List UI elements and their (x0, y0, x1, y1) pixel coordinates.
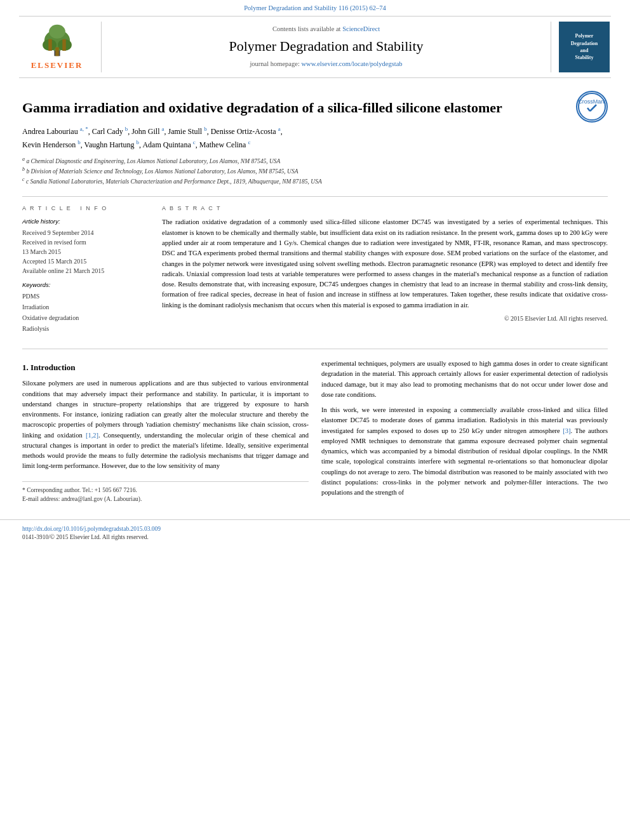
ref-1-2-link[interactable]: [1,2] (86, 432, 98, 439)
journal-header-center: Contents lists available at ScienceDirec… (102, 22, 551, 72)
email-link[interactable]: andrea@lanl.gov (62, 496, 103, 502)
keywords-section: Keywords: PDMS Irradiation Oxidative deg… (22, 281, 149, 334)
keyword-radiolysis: Radiolysis (22, 323, 149, 334)
article-history: Article history: Received 9 September 20… (22, 217, 149, 275)
received-date: Received 9 September 2014 (22, 228, 149, 237)
intro-paragraph-right-2: In this work, we were interested in expo… (321, 405, 608, 498)
elsevier-logo: ELSEVIER (31, 23, 83, 71)
corresponding-author-note: * Corresponding author. Tel.: +1 505 667… (22, 486, 309, 495)
affiliation-b: b b Division of Materials Science and Te… (22, 166, 608, 176)
received-revised-label: Received in revised form (22, 237, 149, 247)
accepted-date: Accepted 15 March 2015 (22, 257, 149, 266)
svg-point-8 (579, 93, 605, 120)
journal-logo-box: PolymerDegradationandStability (559, 22, 610, 72)
svg-rect-5 (48, 39, 52, 50)
ref-3-link[interactable]: [3] (563, 427, 570, 434)
elsevier-tree-icon (35, 23, 79, 58)
affiliations-section: a a Chemical Diagnostic and Engineering,… (22, 156, 608, 187)
contents-available-line: Contents lists available at ScienceDirec… (272, 25, 380, 34)
section-number: 1. (22, 363, 29, 372)
body-left-column: 1. Introduction Siloxane polymers are us… (22, 359, 309, 503)
article-info-label: A R T I C L E I N F O (22, 204, 149, 213)
intro-paragraph-right-1: experimental techniques, polymers are us… (321, 359, 608, 400)
intro-heading: 1. Introduction (22, 362, 309, 373)
authors-line: Andrea Labouriau a, *, Carl Cady b, John… (22, 124, 608, 151)
abstract-column: A B S T R A C T The radiation oxidative … (162, 204, 608, 339)
issn-text: 0141-3910/© 2015 Elsevier Ltd. All right… (22, 533, 608, 542)
affiliation-a: a a Chemical Diagnostic and Engineering,… (22, 156, 608, 166)
journal-title: Polymer Degradation and Stability (229, 37, 423, 57)
keyword-oxidative: Oxidative degradation (22, 312, 149, 323)
crossmark-badge: CrossMark (576, 91, 608, 123)
svg-line-11 (590, 105, 596, 111)
abstract-text: The radiation oxidative degradation of a… (162, 217, 608, 310)
available-date: Available online 21 March 2015 (22, 266, 149, 276)
email-note: E-mail address: andrea@lanl.gov (A. Labo… (22, 495, 309, 503)
journal-homepage-link[interactable]: www.elsevier.com/locate/polydegstab (301, 60, 402, 67)
svg-point-4 (49, 24, 65, 38)
sciencedirect-link[interactable]: ScienceDirect (342, 25, 380, 32)
history-label: Article history: (22, 217, 149, 225)
body-right-column: experimental techniques, polymers are us… (321, 359, 608, 503)
keywords-label: Keywords: (22, 281, 149, 289)
intro-paragraph-1: Siloxane polymers are used in numerous a… (22, 378, 309, 471)
keyword-pdms: PDMS (22, 291, 149, 302)
doi-section: http://dx.doi.org/10.1016/j.polymdegrads… (0, 519, 630, 545)
body-content: 1. Introduction Siloxane polymers are us… (22, 359, 608, 503)
copyright-line: © 2015 Elsevier Ltd. All rights reserved… (162, 314, 608, 323)
svg-text:CrossMark: CrossMark (578, 98, 606, 105)
journal-reference: Polymer Degradation and Stability 116 (2… (0, 0, 630, 16)
elsevier-brand-text: ELSEVIER (31, 60, 83, 71)
article-title-section: Gamma irradiation and oxidative degradat… (22, 88, 608, 125)
info-abstract-section: A R T I C L E I N F O Article history: R… (22, 196, 608, 339)
article-title: Gamma irradiation and oxidative degradat… (22, 99, 566, 117)
elsevier-logo-area: ELSEVIER (19, 22, 102, 72)
footnote-section: * Corresponding author. Tel.: +1 505 667… (22, 481, 309, 504)
keyword-irradiation: Irradiation (22, 302, 149, 312)
article-info-column: A R T I C L E I N F O Article history: R… (22, 204, 149, 339)
journal-logo-area: PolymerDegradationandStability (551, 22, 611, 72)
abstract-label: A B S T R A C T (162, 204, 608, 213)
crossmark-icon: CrossMark (577, 92, 607, 121)
doi-link[interactable]: http://dx.doi.org/10.1016/j.polymdegrads… (22, 525, 608, 533)
received-revised-date: 13 March 2015 (22, 247, 149, 257)
section-title: Introduction (30, 363, 76, 372)
svg-rect-7 (55, 47, 59, 56)
affiliation-c: c c Sandia National Laboratories, Materi… (22, 176, 608, 186)
journal-header: ELSEVIER Contents lists available at Sci… (19, 16, 611, 78)
section-divider (22, 349, 608, 349)
journal-homepage-line: journal homepage: www.elsevier.com/locat… (250, 60, 402, 69)
svg-rect-6 (62, 39, 66, 50)
main-content: Gamma irradiation and oxidative degradat… (0, 78, 630, 513)
journal-ref-text: Polymer Degradation and Stability 116 (2… (244, 4, 386, 11)
